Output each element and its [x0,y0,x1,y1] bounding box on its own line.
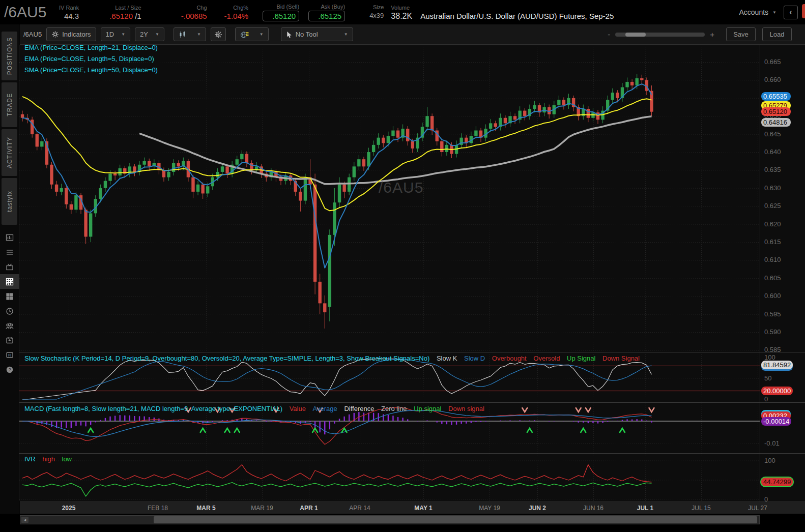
tv-icon[interactable] [0,259,19,274]
chart-watermark: /6AU5 [379,179,423,196]
cursor-icon [286,31,293,38]
collapse-panel-button[interactable]: ‹ [784,6,798,19]
overlay-label-ema5[interactable]: EMA (Price=CLOSE, Length=5, Displace=0) [24,55,154,63]
help-icon[interactable]: ? [0,362,19,377]
svg-text:FI: FI [8,353,11,357]
price-axis-label: 0.620 [764,220,781,228]
apps-grid-icon[interactable] [0,289,19,304]
axis-value-bubble: 44.74299 [761,478,793,486]
chevron-left-icon: ‹ [789,8,792,17]
zoom-out-button[interactable]: - [608,30,610,39]
chevron-down-icon: ▼ [772,10,777,15]
axis-value-bubble: 0.65120 [761,107,791,116]
bid-field[interactable]: Bid (Sell) .65120 [263,3,299,21]
timeframe-dropdown[interactable]: 1D ▼ [101,27,131,41]
settings-button[interactable] [211,27,226,41]
calendar-return-icon[interactable] [0,333,19,347]
chart-scrollbar[interactable]: ◂ [20,515,760,524]
drawing-set-dropdown[interactable]: ▼ [235,27,269,41]
fi-icon[interactable]: FI [0,347,19,362]
sidebar-tab-activity[interactable]: ACTIVITY [2,129,17,176]
axis-value-bubble: 81.84592 [761,361,793,369]
chevron-down-icon: ▼ [260,32,264,37]
ivr-axis-label: 0 [764,495,768,503]
tool-dropdown[interactable]: No Tool ▼ [281,27,353,41]
stochastic-title[interactable]: Slow Stochastic (K Period=14, D Period=9… [24,354,429,362]
chart-canvas[interactable] [0,0,805,532]
price-axis-label: 0.590 [764,328,781,336]
chart-type-dropdown[interactable]: ▼ [174,27,206,41]
price-axis-label: 0.665 [764,58,781,66]
price-axis-label: 0.660 [764,76,781,83]
time-axis-label: 2025 [62,505,76,512]
community-icon[interactable] [0,318,19,333]
chart-toolbar: /6AU5 Indicators 1D ▼ 2Y ▼ ▼ ▼ No Tool ▼ [20,24,805,45]
price-axis-label: 0.630 [764,184,781,192]
globe-drawings-icon [240,31,249,39]
ivr-title[interactable]: IVR [24,455,36,463]
scrollbar-thumb[interactable] [154,516,757,523]
toolbar-symbol: /6AU5 [23,31,42,38]
range-dropdown[interactable]: 2Y ▼ [135,27,164,41]
chevron-down-icon: ▼ [121,32,125,37]
price-axis-label: 0.635 [764,166,781,173]
overlay-label-ema21[interactable]: EMA (Price=CLOSE, Length=21, Displace=0) [24,44,158,51]
time-axis-label: JUL 15 [692,505,711,512]
time-axis-label: MAY 19 [479,505,500,512]
price-axis-label: 0.600 [764,292,781,300]
overlay-label-sma50[interactable]: SMA (Price=CLOSE, Length=50, Displace=0) [24,66,158,74]
instrument-description: Australian Dollar/U.S. Dollar (AUD/USD) … [420,12,614,20]
scroll-left-button[interactable]: ◂ [21,517,28,523]
watchlist-icon[interactable] [0,245,19,259]
chevron-down-icon: ▼ [197,32,201,37]
sidebar-tab-trade[interactable]: TRADE [2,82,17,127]
accounts-dropdown[interactable]: Accounts ▼ [739,8,777,16]
volume-field: Volume 38.2K [391,4,412,21]
chevron-down-icon: ▼ [344,32,348,37]
ivr-axis-label: 100 [764,457,775,464]
time-axis-label: APR 14 [349,505,370,512]
bid-button[interactable]: .65120 [263,11,299,21]
time-axis-label: JUL 27 [748,505,767,512]
load-button[interactable]: Load [762,27,792,41]
sidebar-tab-positions[interactable]: POSITIONS [2,32,17,80]
quote-header: /6AU5 IV Rank 44.3 Last / Size .65120 /1… [0,0,805,24]
iv-rank-field: IV Rank 44.3 [59,4,79,21]
chg-field: Chg -.00685 [181,4,207,21]
price-axis-label: 0.645 [764,130,781,138]
gear-icon [214,31,222,39]
size-field: Size 4x39 [369,4,384,21]
chevron-down-icon: ▼ [155,32,159,37]
left-sidebar: POSITIONS TRADE ACTIVITY tastyfx FI [0,24,19,514]
indicators-button[interactable]: Indicators [46,27,96,41]
history-clock-icon[interactable] [0,304,19,318]
notification-tab[interactable] [802,4,805,18]
axis-value-bubble: 0.64816 [761,118,791,127]
price-axis-label: 0.625 [764,202,781,210]
zoom-in-button[interactable]: + [710,30,714,39]
price-axis-label: 0.640 [764,148,781,156]
price-axis-label: 0.615 [764,238,781,246]
macd-title[interactable]: MACD (Fast length=8, Slow length=21, MAC… [24,405,282,412]
axis-value-bubble: -0.00014 [761,417,791,426]
ask-button[interactable]: .65125 [308,11,345,21]
news-chart-icon[interactable] [0,230,19,245]
price-axis-label: 0.585 [764,346,781,353]
macd-axis-label: -0.01 [764,439,780,447]
save-button[interactable]: Save [726,27,756,41]
sidebar-tab-tastyfx[interactable]: tastyfx [2,178,17,225]
time-axis-label: MAY 1 [414,505,432,512]
last-size-field: Last / Size .65120 /1 [109,4,141,21]
svg-text:?: ? [9,367,11,372]
time-axis-label: FEB 18 [148,505,168,512]
chart-icon[interactable] [0,274,19,289]
time-axis-label: JUN 16 [583,505,603,512]
ask-field[interactable]: Ask (Buy) .65125 [308,3,345,21]
ivr-label-row: IVR high low [24,455,72,463]
zoom-slider[interactable] [615,33,705,37]
stoch-axis-label: 0 [764,395,768,403]
stoch-axis-label: 100 [764,353,775,361]
axis-value-bubble: 20.00000 [761,387,793,395]
time-axis-label: APR 1 [300,505,318,512]
zoom-slider-thumb[interactable] [625,33,646,37]
